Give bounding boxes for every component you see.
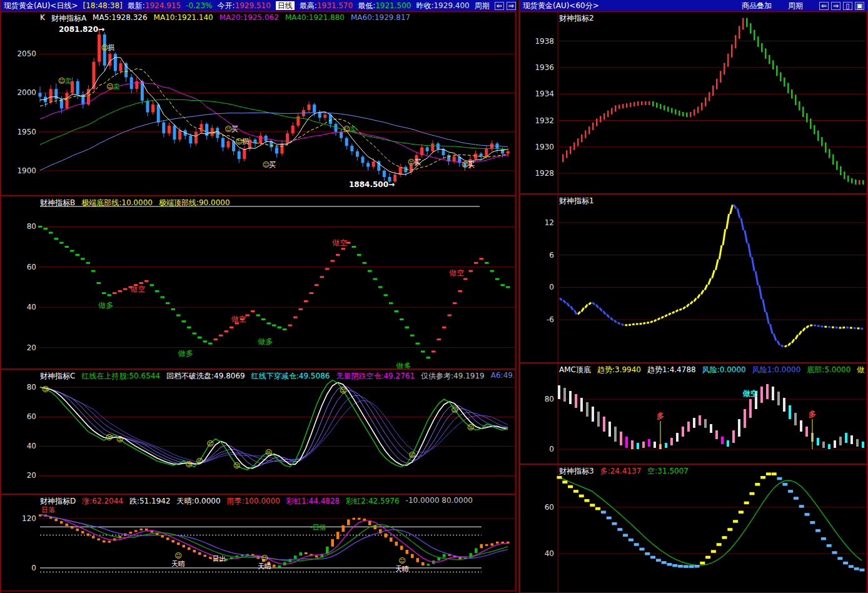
svg-text:1934: 1934 xyxy=(535,89,554,98)
svg-text:卖: 卖 xyxy=(64,77,71,85)
svg-text:损: 损 xyxy=(241,138,249,146)
svg-text:1936: 1936 xyxy=(535,63,554,72)
svg-text:做空: 做空 xyxy=(231,315,246,323)
right-chart-window: 现货黄金(AU)<60分> 商品叠加 周期 ⇐ ⇒ ▯ ▣ 财神指标2 1928… xyxy=(519,0,868,593)
svg-text:☺: ☺ xyxy=(206,440,213,448)
svg-text:做空: 做空 xyxy=(332,238,348,247)
svg-text:80: 80 xyxy=(27,222,36,231)
svg-text:6: 6 xyxy=(549,251,554,260)
period-menu[interactable]: 周期 xyxy=(475,0,490,11)
indicator-c-panel[interactable]: 财神指标C红线在上持股:50.6544回档不破洗盘:49.8069红线下穿减仓:… xyxy=(1,369,516,494)
kline-panel[interactable]: K财神指标AMA5:1928.326MA10:1921.140MA20:1925… xyxy=(1,11,516,196)
left-symbol-title: 现货黄金(AU)<日线> xyxy=(4,0,78,11)
maximize-window-icon[interactable]: ▣ xyxy=(855,2,864,10)
prev-close: 昨收:1929.400 xyxy=(416,0,469,11)
svg-text:1928: 1928 xyxy=(535,169,554,178)
open-price: 今开:1929.510 xyxy=(218,0,271,11)
right-window-controls: ⇐ ⇒ ▯ ▣ xyxy=(819,2,864,10)
svg-text:做多: 做多 xyxy=(98,301,114,310)
indicator-b-panel[interactable]: 财神指标B极端底部线:10.0000极端顶部线:90.0000 20406080… xyxy=(1,196,516,369)
forward-arrow-icon[interactable]: ⇒ xyxy=(831,2,840,10)
svg-text:☺: ☺ xyxy=(196,457,203,465)
svg-text:做空: 做空 xyxy=(130,285,146,293)
svg-text:120: 120 xyxy=(22,514,36,523)
svg-text:做多: 做多 xyxy=(178,349,193,358)
svg-text:0: 0 xyxy=(549,283,554,291)
svg-text:损: 损 xyxy=(107,44,114,52)
svg-text:☺: ☺ xyxy=(174,552,181,560)
svg-text:·日落: ·日落 xyxy=(310,524,326,532)
svg-text:-6: -6 xyxy=(547,315,554,324)
back-arrow-icon[interactable]: ⇐ xyxy=(819,2,829,10)
svg-text:买: 买 xyxy=(231,125,238,133)
svg-text:☺: ☺ xyxy=(116,435,123,443)
indicator1-panel[interactable]: 财神指标1 -60612 xyxy=(520,194,867,363)
restore-window-icon[interactable]: ▯ xyxy=(843,2,852,10)
svg-text:☺: ☺ xyxy=(233,462,240,470)
svg-text:买: 买 xyxy=(468,161,475,169)
right-symbol-title: 现货黄金(AU)<60分> xyxy=(523,0,599,11)
svg-text:多: 多 xyxy=(809,410,816,418)
pk-chart-canvas[interactable]: 1900195020002050☺卖☺损☺卖☺买☺损☺买☺卖☺买☺买2081.8… xyxy=(1,12,516,196)
svg-text:60: 60 xyxy=(27,263,36,271)
overlay-button[interactable]: 商品叠加 xyxy=(742,0,772,11)
last-price: 最新:1924.915 xyxy=(128,0,181,11)
svg-text:0: 0 xyxy=(549,445,554,454)
svg-text:40: 40 xyxy=(27,442,36,450)
svg-text:做多: 做多 xyxy=(396,362,411,369)
period-menu[interactable]: 周期 xyxy=(788,0,803,11)
svg-text:日落: 日落 xyxy=(41,506,55,514)
svg-text:天晴: 天晴 xyxy=(395,565,409,573)
back-arrow-icon[interactable]: ⇐ xyxy=(495,2,504,10)
indicator2-panel[interactable]: 财神指标2 192819301932193419361938 xyxy=(520,11,867,194)
svg-text:☺: ☺ xyxy=(225,125,231,133)
svg-text:60: 60 xyxy=(545,503,554,512)
svg-text:1938: 1938 xyxy=(535,37,554,46)
svg-text:做空: 做空 xyxy=(742,389,758,398)
low-price: 最低:1921.500 xyxy=(358,0,411,11)
svg-text:买: 买 xyxy=(414,158,421,166)
svg-text:☺: ☺ xyxy=(265,449,272,457)
svg-text:1884.500→: 1884.500→ xyxy=(349,180,395,189)
svg-text:天晴: 天晴 xyxy=(258,562,271,570)
svg-text:2081.820→: 2081.820→ xyxy=(59,25,104,34)
left-window-controls: ⇐ ⇒ ▯ ▣ xyxy=(495,2,516,10)
svg-text:☺: ☺ xyxy=(467,423,474,432)
r1-chart-canvas[interactable]: 192819301932193419361938 xyxy=(520,12,867,194)
period-button[interactable]: 日线 xyxy=(276,1,295,10)
pd-chart-canvas[interactable]: 1200日落·日落·日出天晴天晴天晴☺☺☺ xyxy=(1,495,516,591)
amc-panel[interactable]: AMC顶底趋势:3.9940趋势1:4.4788风险:0.0000风险1:0.0… xyxy=(520,363,867,464)
svg-text:1932: 1932 xyxy=(535,116,554,125)
svg-text:2050: 2050 xyxy=(17,49,36,58)
svg-text:☺: ☺ xyxy=(398,557,405,565)
svg-text:2000: 2000 xyxy=(17,88,36,97)
svg-text:卖: 卖 xyxy=(350,125,356,133)
right-titlebar: 现货黄金(AU)<60分> 商品叠加 周期 ⇐ ⇒ ▯ ▣ xyxy=(520,0,867,11)
svg-text:20: 20 xyxy=(27,471,36,480)
svg-text:12: 12 xyxy=(545,218,554,227)
svg-text:☺: ☺ xyxy=(42,385,49,393)
r2-chart-canvas[interactable]: -60612 xyxy=(520,195,867,363)
svg-text:☺: ☺ xyxy=(261,554,268,562)
svg-text:☺: ☺ xyxy=(451,406,458,414)
r4-chart-canvas[interactable]: 4060 xyxy=(520,465,867,593)
left-titlebar: 现货黄金(AU)<日线> [18:48:38] 最新:1924.915 -0.2… xyxy=(1,0,516,11)
r3-chart-canvas[interactable]: 080多做空多 xyxy=(520,363,867,464)
indicator-d-panel[interactable]: 财神指标D涨:62.2044跌:51.1942天晴:0.0000雨季:100.0… xyxy=(1,494,516,591)
svg-text:60: 60 xyxy=(27,412,36,421)
svg-text:☺: ☺ xyxy=(185,460,192,469)
svg-text:80: 80 xyxy=(545,395,554,403)
right-titlebar-actions: 商品叠加 周期 ⇐ ⇒ ▯ ▣ xyxy=(742,0,864,11)
svg-text:☺: ☺ xyxy=(408,451,415,459)
pc-chart-canvas[interactable]: 20406080☺☺☺☺☺☺☺☺☺☺☺☺ xyxy=(1,370,516,494)
forward-arrow-icon[interactable]: ⇒ xyxy=(507,2,516,10)
svg-text:做多: 做多 xyxy=(258,337,273,346)
svg-text:80: 80 xyxy=(27,383,36,392)
svg-text:·日出: ·日出 xyxy=(210,555,226,563)
pb-chart-canvas[interactable]: 20406080做多做空做多做空做多做空做多做空 xyxy=(1,196,516,369)
svg-text:1900: 1900 xyxy=(17,166,36,175)
indicator3-panel[interactable]: 财神指标3多:24.4137空:31.5007 4060 xyxy=(520,464,867,593)
svg-text:1930: 1930 xyxy=(535,143,554,151)
svg-text:买: 买 xyxy=(269,161,276,169)
svg-text:40: 40 xyxy=(27,303,36,312)
